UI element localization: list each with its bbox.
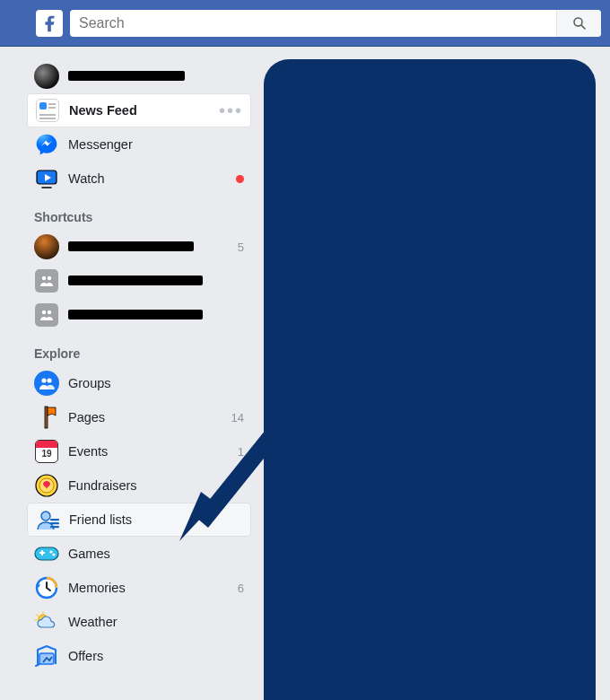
sidebar-item-label: Watch: [68, 171, 229, 186]
sidebar-item-label: Weather: [68, 615, 244, 629]
search-bar: [70, 10, 601, 37]
sidebar-item-groups[interactable]: Groups: [27, 366, 251, 400]
sidebar-item-label: Events: [68, 444, 231, 459]
avatar: [34, 64, 59, 89]
svg-rect-15: [50, 522, 59, 524]
main-content-overlay: [264, 59, 596, 700]
messenger-icon: [34, 132, 59, 157]
fundraisers-icon: [34, 473, 59, 498]
svg-line-23: [37, 615, 39, 617]
sidebar-item-weather[interactable]: Weather: [27, 605, 251, 639]
sidebar-item-messenger[interactable]: Messenger: [27, 127, 251, 162]
svg-point-6: [42, 311, 46, 314]
svg-point-18: [49, 550, 52, 553]
svg-point-8: [41, 378, 46, 382]
left-sidebar: News Feed ••• Messenger Watch Shortcuts …: [27, 59, 251, 700]
sidebar-item-label: Games: [68, 547, 244, 561]
sidebar-item-pages[interactable]: Pages 14: [27, 400, 251, 434]
svg-point-5: [48, 276, 51, 280]
sidebar-item-label: Groups: [68, 376, 244, 390]
sidebar-item-label: Memories: [68, 581, 231, 595]
svg-rect-10: [45, 407, 48, 428]
facebook-logo[interactable]: [36, 10, 63, 37]
svg-line-1: [581, 25, 585, 29]
watch-icon: [34, 166, 59, 191]
group-avatar-icon: [34, 302, 59, 328]
group-avatar-icon: [34, 234, 59, 259]
search-icon: [571, 15, 588, 31]
calendar-day: 19: [36, 449, 57, 459]
svg-rect-14: [50, 519, 59, 521]
pages-icon: [34, 405, 59, 430]
svg-rect-16: [50, 526, 59, 528]
memories-icon: [34, 575, 59, 600]
search-button[interactable]: [556, 10, 601, 37]
sidebar-item-label: Fundraisers: [68, 478, 244, 493]
feed-icon: [35, 98, 60, 123]
sidebar-item-memories[interactable]: Memories 6: [27, 571, 251, 605]
notification-dot: [236, 175, 244, 183]
sidebar-item-shortcut[interactable]: [27, 264, 251, 298]
svg-point-4: [42, 276, 46, 280]
sidebar-item-shortcut[interactable]: 5: [27, 230, 251, 264]
item-count: 1: [238, 445, 244, 459]
svg-point-7: [48, 311, 51, 314]
group-avatar-icon: [34, 268, 59, 293]
offers-icon: [34, 643, 59, 669]
sidebar-item-fundraisers[interactable]: Fundraisers: [27, 468, 251, 503]
svg-point-13: [41, 512, 50, 521]
item-count: 5: [238, 241, 244, 254]
section-header-shortcuts: Shortcuts: [27, 196, 251, 230]
sidebar-item-profile[interactable]: [27, 59, 251, 93]
sidebar-item-shortcut[interactable]: [27, 298, 251, 332]
topbar: [0, 0, 610, 47]
sidebar-item-watch[interactable]: Watch: [27, 162, 251, 196]
friend-lists-icon: [35, 507, 60, 532]
item-count: 14: [231, 411, 244, 424]
sidebar-item-offers[interactable]: Offers: [27, 639, 251, 673]
sidebar-item-events[interactable]: 19 Events 1: [27, 434, 251, 468]
games-icon: [34, 541, 59, 566]
sidebar-item-friend-lists[interactable]: Friend lists: [27, 503, 251, 537]
section-header-explore: Explore: [27, 332, 251, 366]
groups-icon: [34, 371, 59, 396]
svg-point-19: [52, 553, 55, 556]
sidebar-item-games[interactable]: Games: [27, 537, 251, 571]
events-icon: 19: [34, 439, 59, 464]
item-count: 6: [238, 582, 244, 595]
sidebar-item-label: Messenger: [68, 137, 244, 152]
svg-point-9: [47, 378, 51, 382]
sidebar-item-label: Pages: [68, 410, 224, 424]
sidebar-item-label: News Feed: [69, 103, 219, 118]
weather-icon: [34, 609, 59, 634]
sidebar-item-news-feed[interactable]: News Feed •••: [27, 93, 251, 127]
more-menu-icon[interactable]: •••: [219, 106, 243, 115]
sidebar-item-label: Offers: [68, 649, 244, 663]
svg-point-0: [574, 18, 582, 26]
search-input[interactable]: [70, 10, 601, 37]
sidebar-item-label: Friend lists: [69, 512, 243, 527]
